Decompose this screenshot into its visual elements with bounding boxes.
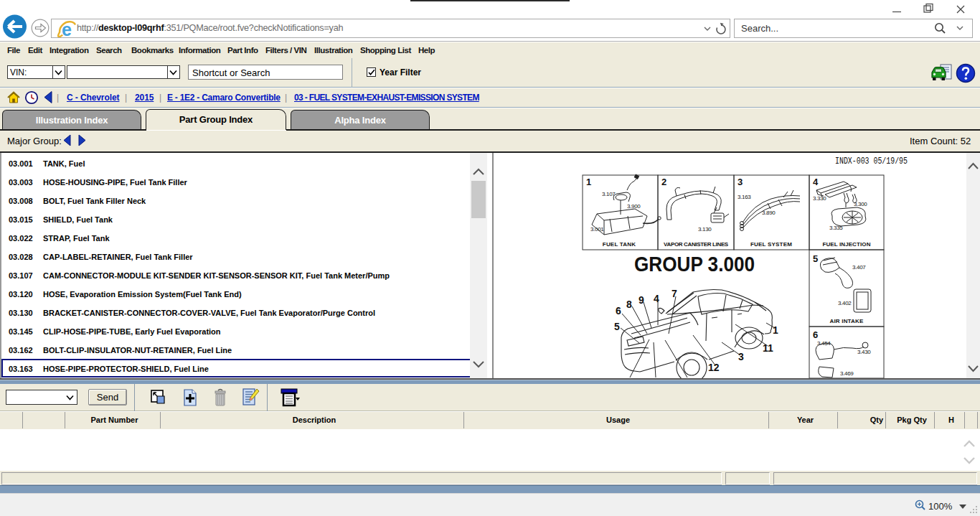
svg-text:FUEL SYSTEM: FUEL SYSTEM — [750, 241, 792, 248]
svg-text:INDX-003 05/19/95: INDX-003 05/19/95 — [835, 156, 908, 166]
svg-text:3.900: 3.900 — [627, 203, 641, 210]
svg-text:1: 1 — [586, 177, 591, 187]
svg-text:3.402: 3.402 — [838, 300, 852, 306]
svg-text:3.469: 3.469 — [840, 370, 854, 377]
svg-text:4: 4 — [813, 177, 819, 187]
svg-text:3.335: 3.335 — [829, 225, 843, 231]
svg-text:3: 3 — [738, 351, 744, 362]
svg-text:6: 6 — [616, 305, 621, 316]
svg-text:3.130: 3.130 — [698, 226, 712, 233]
svg-text:VAPOR CANISTER LINES: VAPOR CANISTER LINES — [664, 241, 729, 248]
svg-text:12: 12 — [708, 362, 720, 373]
svg-text:6: 6 — [813, 329, 818, 340]
svg-text:3: 3 — [738, 177, 743, 187]
svg-text:3.163: 3.163 — [738, 194, 751, 200]
svg-text:5: 5 — [813, 253, 818, 264]
svg-text:2: 2 — [661, 177, 666, 187]
svg-text:FUEL INJECTION: FUEL INJECTION — [822, 241, 870, 248]
svg-text:4: 4 — [654, 293, 659, 304]
svg-text:3.330: 3.330 — [813, 195, 826, 202]
svg-text:7: 7 — [672, 288, 677, 299]
svg-text:FUEL TANK: FUEL TANK — [603, 241, 636, 248]
svg-text:3.407: 3.407 — [852, 264, 866, 271]
svg-text:AIR INTAKE: AIR INTAKE — [829, 318, 864, 324]
svg-text:e: e — [62, 20, 72, 37]
svg-text:GROUP 3.000: GROUP 3.000 — [634, 252, 755, 276]
svg-text:3.430: 3.430 — [857, 349, 871, 355]
svg-text:11: 11 — [763, 342, 773, 354]
svg-text:5: 5 — [614, 321, 620, 332]
svg-text:9: 9 — [639, 294, 644, 306]
svg-text:8: 8 — [626, 299, 632, 310]
svg-text:1: 1 — [773, 324, 778, 336]
